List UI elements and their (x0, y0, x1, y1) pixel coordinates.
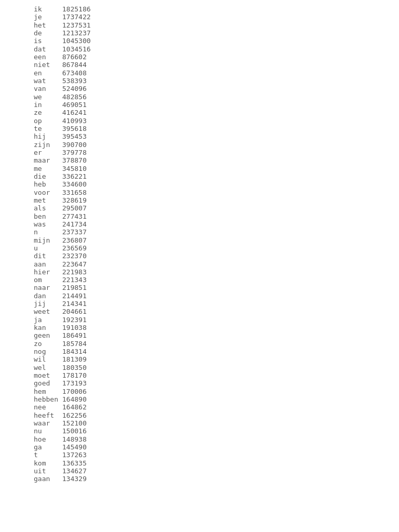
word-label: naar (34, 284, 62, 291)
word-label: heb (34, 180, 62, 188)
word-count: 295007 (62, 204, 87, 212)
word-label: goed (34, 379, 62, 387)
list-item: ga 145490 (34, 443, 399, 451)
word-label: geen (34, 331, 62, 339)
list-item: hebben 164890 (34, 395, 399, 403)
word-count: 673408 (62, 69, 87, 77)
word-count: 378870 (62, 156, 87, 164)
word-label: hoe (34, 435, 62, 443)
list-item: niet 867844 (34, 61, 399, 69)
word-count: 223647 (62, 260, 87, 268)
word-count: 538393 (62, 77, 87, 85)
list-item: moet 178170 (34, 371, 399, 379)
list-item: wat 538393 (34, 77, 399, 85)
word-count: 162256 (62, 411, 87, 419)
word-count: 134329 (62, 475, 87, 483)
word-label: het (34, 21, 62, 29)
word-label: wat (34, 77, 62, 85)
list-item: wel 180350 (34, 364, 399, 371)
list-item: u 236569 (34, 244, 399, 252)
word-label: maar (34, 156, 62, 164)
word-count: 219851 (62, 284, 87, 291)
list-item: was 241734 (34, 220, 399, 228)
word-count: 236807 (62, 236, 87, 244)
word-label: is (34, 37, 62, 45)
list-item: gaan 134329 (34, 475, 399, 483)
word-label: aan (34, 260, 62, 268)
list-item: aan 223647 (34, 260, 399, 268)
list-item: als 295007 (34, 204, 399, 212)
list-item (34, 515, 399, 523)
word-label: weet (34, 308, 62, 315)
word-count: 214341 (62, 300, 87, 308)
word-count: 524096 (62, 85, 87, 92)
word-label: op (34, 117, 62, 125)
word-count: 328619 (62, 196, 87, 204)
list-item: op 410993 (34, 117, 399, 125)
word-count: 1045300 (62, 37, 91, 45)
list-item: er 379778 (34, 149, 399, 156)
list-item: om 221343 (34, 276, 399, 284)
list-item: kan 191038 (34, 324, 399, 331)
list-item: de 1213237 (34, 29, 399, 37)
list-item: me 345810 (34, 165, 399, 172)
word-count: 336221 (62, 172, 87, 180)
word-label: als (34, 204, 62, 212)
list-item: zo 185784 (34, 340, 399, 348)
word-count: 186491 (62, 331, 87, 339)
list-item: ja 192391 (34, 316, 399, 324)
word-count: 469051 (62, 101, 87, 109)
word-label: u (34, 244, 62, 252)
list-item: nog 184314 (34, 348, 399, 355)
list-item: die 336221 (34, 172, 399, 180)
list-item: geen 186491 (34, 331, 399, 339)
word-count: 241734 (62, 220, 87, 228)
word-count: 134627 (62, 467, 87, 475)
word-count: 136335 (62, 459, 87, 467)
list-item: heb 334600 (34, 180, 399, 188)
list-item: van 524096 (34, 85, 399, 92)
word-count: 214491 (62, 292, 87, 300)
word-count: 237337 (62, 228, 87, 236)
word-label: gaan (34, 475, 62, 483)
list-item: nu 150016 (34, 427, 399, 435)
list-item: maar 378870 (34, 156, 399, 164)
word-label: hij (34, 132, 62, 140)
list-item: dit 232370 (34, 252, 399, 260)
word-count: 867844 (62, 61, 87, 69)
list-item: en 673408 (34, 69, 399, 77)
word-label: hebben (34, 395, 62, 403)
word-label: ga (34, 443, 62, 451)
word-label: kan (34, 324, 62, 331)
word-label: voor (34, 189, 62, 196)
list-item: nee 164862 (34, 403, 399, 411)
list-item: is 1045300 (34, 37, 399, 45)
list-item: naar 219851 (34, 284, 399, 291)
word-label: zo (34, 340, 62, 348)
word-label: hem (34, 388, 62, 395)
list-item: ik 1825186 (34, 5, 399, 13)
word-label: de (34, 29, 62, 37)
list-item: een 876602 (34, 53, 399, 61)
word-count: 395618 (62, 125, 87, 132)
word-label: moet (34, 371, 62, 379)
word-label: we (34, 93, 62, 101)
word-count: 145490 (62, 443, 87, 451)
list-item: t 137263 (34, 451, 399, 459)
word-label: wel (34, 364, 62, 371)
word-label: in (34, 101, 62, 109)
list-item: jij 214341 (34, 300, 399, 308)
word-count: 178170 (62, 371, 87, 379)
list-item: we 482856 (34, 93, 399, 101)
word-label: kom (34, 459, 62, 467)
word-count: 1825186 (62, 5, 91, 13)
word-count: 1034516 (62, 45, 91, 53)
list-item: uit 134627 (34, 467, 399, 475)
list-item: hij 395453 (34, 132, 399, 140)
list-item: hier 221983 (34, 268, 399, 276)
list-item (34, 507, 399, 515)
list-item: het 1237531 (34, 21, 399, 29)
word-count: 236569 (62, 244, 87, 252)
word-count: 334600 (62, 180, 87, 188)
word-count: 1237531 (62, 21, 91, 29)
